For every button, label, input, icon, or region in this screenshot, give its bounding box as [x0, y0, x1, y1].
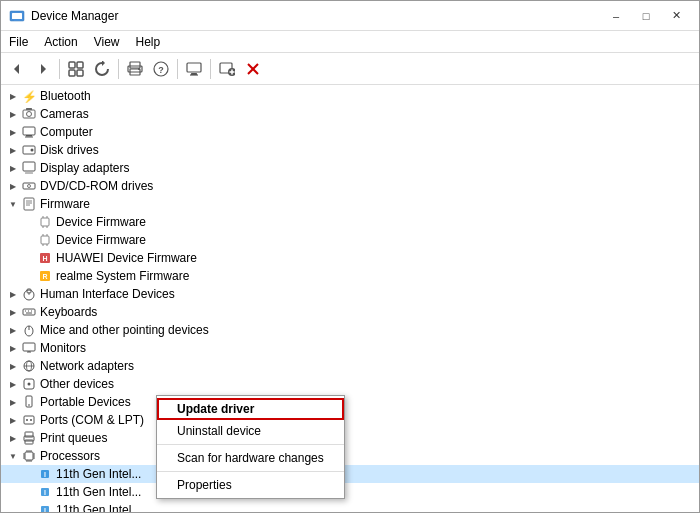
menu-view[interactable]: View — [86, 31, 128, 52]
tree-item-hid[interactable]: ▶ Human Interface Devices — [1, 285, 699, 303]
tree-item-cameras[interactable]: ▶ Cameras — [1, 105, 699, 123]
content-area: ▶ ⚡ Bluetooth ▶ Cameras — [1, 85, 699, 512]
context-menu-uninstall-device[interactable]: Uninstall device — [157, 420, 344, 442]
label-disk-drives: Disk drives — [40, 143, 99, 157]
back-button[interactable] — [5, 57, 29, 81]
toggle-mice[interactable]: ▶ — [5, 322, 21, 338]
label-intel-2: 11th Gen Intel... — [56, 485, 141, 499]
svg-rect-29 — [26, 135, 32, 137]
toggle-network-adapters[interactable]: ▶ — [5, 358, 21, 374]
firmware-icon — [21, 196, 37, 212]
toggle-firmware[interactable]: ▼ — [5, 196, 21, 212]
tree-item-ports[interactable]: ▶ Ports (COM & LPT) — [1, 411, 699, 429]
svg-rect-37 — [24, 198, 34, 210]
toggle-processors[interactable]: ▼ — [5, 448, 21, 464]
context-menu-sep-1 — [157, 444, 344, 445]
tree-item-realme-firmware[interactable]: ▶ R realme System Firmware — [1, 267, 699, 285]
disk-drives-icon — [21, 142, 37, 158]
svg-rect-58 — [23, 309, 35, 315]
view-button[interactable] — [64, 57, 88, 81]
svg-point-76 — [26, 419, 28, 421]
device-tree[interactable]: ▶ ⚡ Bluetooth ▶ Cameras — [1, 85, 699, 512]
tree-item-intel-3[interactable]: ▶ I 11th Gen Intel... — [1, 501, 699, 512]
svg-point-36 — [28, 185, 31, 188]
label-display-adapters: Display adapters — [40, 161, 129, 175]
print-button[interactable] — [123, 57, 147, 81]
tree-item-monitors[interactable]: ▶ Monitors — [1, 339, 699, 357]
toggle-keyboards[interactable]: ▶ — [5, 304, 21, 320]
tree-item-display-adapters[interactable]: ▶ Display adapters — [1, 159, 699, 177]
tree-item-mice[interactable]: ▶ Mice and other pointing devices — [1, 321, 699, 339]
context-menu-properties[interactable]: Properties — [157, 474, 344, 496]
keyboard-icon — [21, 304, 37, 320]
svg-point-77 — [30, 419, 32, 421]
tree-item-disk-drives[interactable]: ▶ Disk drives — [1, 141, 699, 159]
svg-rect-65 — [23, 343, 35, 351]
tree-item-computer[interactable]: ▶ Computer — [1, 123, 699, 141]
cpu-icon-1: I — [37, 466, 53, 482]
svg-rect-75 — [24, 416, 34, 424]
add-button[interactable] — [215, 57, 239, 81]
tree-item-other-devices[interactable]: ▶ Other devices — [1, 375, 699, 393]
tree-item-print-queues[interactable]: ▶ Print queues — [1, 429, 699, 447]
toggle-bluetooth[interactable]: ▶ — [5, 88, 21, 104]
tree-item-bluetooth[interactable]: ▶ ⚡ Bluetooth — [1, 87, 699, 105]
chip-icon-2 — [37, 232, 53, 248]
device-manager-window: Device Manager – □ ✕ File Action View He… — [0, 0, 700, 513]
toggle-hid[interactable]: ▶ — [5, 286, 21, 302]
tree-item-firmware[interactable]: ▼ Firmware — [1, 195, 699, 213]
tree-item-network-adapters[interactable]: ▶ Network adapters — [1, 357, 699, 375]
tree-item-keyboards[interactable]: ▶ Keyboards — [1, 303, 699, 321]
cpu-icon-2: I — [37, 484, 53, 500]
monitor-button[interactable] — [182, 57, 206, 81]
refresh-button[interactable] — [90, 57, 114, 81]
toggle-dvd-cdrom[interactable]: ▶ — [5, 178, 21, 194]
menu-file[interactable]: File — [1, 31, 36, 52]
help-button[interactable]: ? — [149, 57, 173, 81]
toggle-monitors[interactable]: ▶ — [5, 340, 21, 356]
menu-help[interactable]: Help — [128, 31, 169, 52]
toolbar-separator-2 — [118, 59, 119, 79]
toggle-cameras[interactable]: ▶ — [5, 106, 21, 122]
label-cameras: Cameras — [40, 107, 89, 121]
network-icon — [21, 358, 37, 374]
remove-button[interactable] — [241, 57, 265, 81]
tree-item-dvd-cdrom[interactable]: ▶ DVD/CD-ROM drives — [1, 177, 699, 195]
close-button[interactable]: ✕ — [661, 6, 691, 26]
svg-marker-3 — [14, 64, 19, 74]
toolbar: ? — [1, 53, 699, 85]
toggle-ports[interactable]: ▶ — [5, 412, 21, 428]
toggle-other-devices[interactable]: ▶ — [5, 376, 21, 392]
label-huawei-firmware: HUAWEI Device Firmware — [56, 251, 197, 265]
toggle-computer[interactable]: ▶ — [5, 124, 21, 140]
context-menu-update-driver[interactable]: Update driver — [157, 398, 344, 420]
label-device-firmware-2: Device Firmware — [56, 233, 146, 247]
tree-item-processors[interactable]: ▼ — [1, 447, 699, 465]
title-bar-left: Device Manager — [9, 8, 118, 24]
forward-button[interactable] — [31, 57, 55, 81]
tree-item-intel-2[interactable]: ▶ I 11th Gen Intel... — [1, 483, 699, 501]
svg-rect-46 — [41, 236, 49, 244]
maximize-button[interactable]: □ — [631, 6, 661, 26]
svg-text:H: H — [42, 255, 47, 262]
tree-item-huawei-firmware[interactable]: ▶ H HUAWEI Device Firmware — [1, 249, 699, 267]
svg-rect-2 — [14, 20, 20, 21]
toggle-print-queues[interactable]: ▶ — [5, 430, 21, 446]
label-computer: Computer — [40, 125, 93, 139]
minimize-button[interactable]: – — [601, 6, 631, 26]
toggle-portable-devices[interactable]: ▶ — [5, 394, 21, 410]
label-device-firmware-1: Device Firmware — [56, 215, 146, 229]
menu-action[interactable]: Action — [36, 31, 85, 52]
ports-icon — [21, 412, 37, 428]
tree-item-device-firmware-1[interactable]: ▶ Device Firmware — [1, 213, 699, 231]
toggle-display-adapters[interactable]: ▶ — [5, 160, 21, 176]
toggle-disk-drives[interactable]: ▶ — [5, 142, 21, 158]
tree-item-intel-1[interactable]: ▶ I 11th Gen Intel... — [1, 465, 699, 483]
tree-item-portable-devices[interactable]: ▶ Portable Devices — [1, 393, 699, 411]
label-network-adapters: Network adapters — [40, 359, 134, 373]
context-menu-scan-hardware[interactable]: Scan for hardware changes — [157, 447, 344, 469]
label-bluetooth: Bluetooth — [40, 89, 91, 103]
tree-item-device-firmware-2[interactable]: ▶ Device Firmware — [1, 231, 699, 249]
svg-rect-15 — [187, 63, 201, 72]
svg-rect-5 — [69, 62, 75, 68]
